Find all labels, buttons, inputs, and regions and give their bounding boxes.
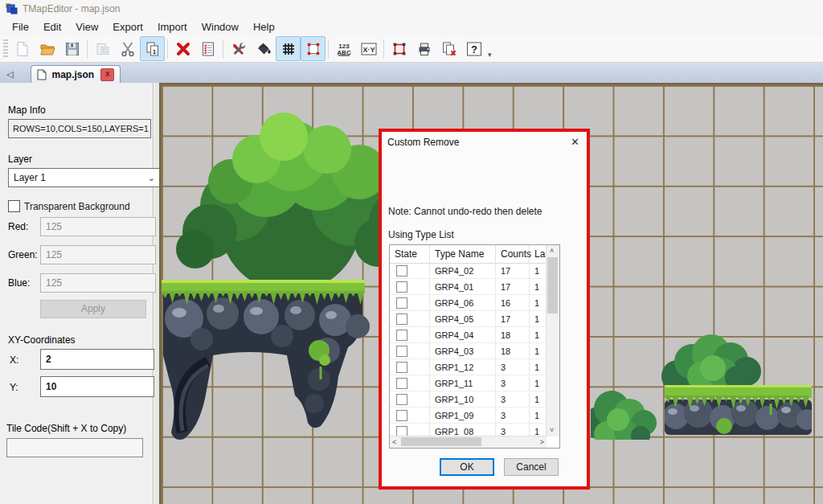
tile-code-field[interactable] xyxy=(6,438,143,457)
using-type-list-label: Using Type List xyxy=(388,229,454,240)
layer-cell: 1 xyxy=(530,408,547,423)
row-checkbox[interactable] xyxy=(396,346,407,357)
cut-scissors-icon xyxy=(120,41,136,57)
toolbar-separator xyxy=(167,39,168,59)
horizontal-scroll-thumb[interactable] xyxy=(401,437,481,446)
table-row: GRP4_03181 xyxy=(390,343,547,359)
delete-button[interactable] xyxy=(170,36,195,61)
y-field[interactable]: 10 xyxy=(40,376,154,397)
print-button[interactable] xyxy=(412,36,436,61)
help-icon: ? xyxy=(465,41,483,57)
delete-x-icon xyxy=(175,41,191,57)
dialog-title[interactable]: Custom Remove xyxy=(387,137,459,148)
title-bar: TMapEditor - map.json xyxy=(0,0,823,18)
map-info-field[interactable]: ROWS=10,COLS=150,LAYERS=1 xyxy=(8,119,151,138)
tab-nav-left-icon[interactable]: ◁ xyxy=(0,69,19,84)
type-name-cell: GRP1_11 xyxy=(430,375,496,391)
counts-cell: 17 xyxy=(496,311,530,326)
toolbar-separator xyxy=(383,39,384,59)
header-counts[interactable]: Counts xyxy=(496,245,530,263)
new-file-button[interactable] xyxy=(10,36,35,61)
selection-rect-button[interactable] xyxy=(301,36,326,61)
counts-cell: 3 xyxy=(496,408,530,423)
green-field[interactable]: 125 xyxy=(40,245,156,264)
dialog-note: Note: Cannot undo-redo then delete xyxy=(388,206,542,217)
remove-file-icon xyxy=(441,41,457,57)
scroll-right-icon[interactable]: ˃ xyxy=(540,439,544,446)
toolbar: 1 xyxy=(0,35,823,63)
fill-bucket-button[interactable] xyxy=(251,36,276,61)
row-checkbox[interactable] xyxy=(396,410,407,421)
paste-button[interactable] xyxy=(90,36,115,61)
ok-button[interactable]: OK xyxy=(440,458,494,476)
state-cell xyxy=(390,295,430,310)
xy-icon: X·Y xyxy=(360,41,378,57)
layer-select[interactable]: Layer 1 ⌄ xyxy=(8,168,161,187)
grid-toggle-button[interactable] xyxy=(276,36,301,61)
header-type-name[interactable]: Type Name xyxy=(430,245,496,263)
chevron-down-icon: ⌄ xyxy=(148,173,155,183)
copy-page-button[interactable]: 1 xyxy=(140,36,165,61)
cancel-button[interactable]: Cancel xyxy=(504,458,559,476)
type-list-button[interactable] xyxy=(195,36,220,61)
transparent-bg-label: Transparent Background xyxy=(24,201,130,212)
transform-rect-button[interactable] xyxy=(387,36,412,61)
counts-cell: 17 xyxy=(496,279,530,294)
toolbar-grip[interactable] xyxy=(3,39,8,59)
vertical-scroll-thumb[interactable] xyxy=(547,257,558,313)
checkbox-box[interactable] xyxy=(8,200,20,212)
blue-field[interactable]: 125 xyxy=(40,273,156,293)
close-files-button[interactable] xyxy=(436,36,461,61)
row-checkbox[interactable] xyxy=(396,297,407,309)
paste-icon xyxy=(95,41,111,57)
tab-close-icon[interactable]: x xyxy=(100,68,114,81)
red-field[interactable]: 125 xyxy=(40,217,156,236)
menu-view[interactable]: View xyxy=(68,19,105,35)
layer-cell: 1 xyxy=(530,391,547,407)
vertical-scrollbar[interactable]: ˄ ˅ xyxy=(546,245,559,436)
menu-window[interactable]: Window xyxy=(194,19,246,35)
xy-coordinates-button[interactable]: X·Y xyxy=(356,36,381,61)
svg-text:1: 1 xyxy=(152,47,156,55)
scroll-left-icon[interactable]: ˂ xyxy=(392,439,396,446)
selection-rect-icon xyxy=(305,41,321,57)
properties-panel: Map Info ROWS=10,COLS=150,LAYERS=1 Layer… xyxy=(0,83,154,504)
menu-export[interactable]: Export xyxy=(105,19,150,35)
row-checkbox[interactable] xyxy=(396,426,407,437)
row-checkbox[interactable] xyxy=(396,330,407,341)
row-checkbox[interactable] xyxy=(396,362,407,373)
header-state[interactable]: State xyxy=(390,245,430,263)
menu-edit[interactable]: Edit xyxy=(36,19,68,35)
layer-cell: 1 xyxy=(530,327,547,342)
type-table-body: GRP4_02171GRP4_01171GRP4_06161GRP4_05171… xyxy=(390,263,547,436)
dialog-close-icon[interactable]: ✕ xyxy=(571,136,579,148)
help-button[interactable]: ? xyxy=(461,36,486,61)
row-checkbox[interactable] xyxy=(396,394,407,405)
open-file-button[interactable] xyxy=(35,36,59,61)
save-button[interactable] xyxy=(59,36,84,61)
x-field[interactable]: 2 xyxy=(40,349,154,370)
state-cell xyxy=(390,327,430,342)
type-name-cell: GRP4_02 xyxy=(430,263,496,278)
row-checkbox[interactable] xyxy=(396,313,407,325)
toolbar-overflow-icon[interactable]: ▾ xyxy=(488,51,492,62)
show-codes-button[interactable]: 123 ABC xyxy=(331,36,356,61)
panel-splitter[interactable] xyxy=(154,83,159,504)
row-checkbox[interactable] xyxy=(396,281,407,293)
menu-file[interactable]: File xyxy=(5,19,36,35)
tab-map-json[interactable]: map.json x xyxy=(31,65,121,84)
type-name-cell: GRP4_04 xyxy=(430,327,496,342)
apply-button[interactable]: Apply xyxy=(40,300,146,318)
transparent-bg-checkbox[interactable]: Transparent Background xyxy=(8,200,130,212)
menu-help[interactable]: Help xyxy=(246,19,282,35)
scroll-up-icon[interactable]: ˄ xyxy=(550,248,554,255)
scroll-down-icon[interactable]: ˅ xyxy=(550,427,554,434)
cut-button[interactable] xyxy=(115,36,140,61)
menu-import[interactable]: Import xyxy=(150,19,194,35)
row-checkbox[interactable] xyxy=(396,378,407,389)
horizontal-scrollbar[interactable]: ˂ ˃ xyxy=(390,436,547,448)
table-row: GRP4_06161 xyxy=(390,295,547,311)
tools-button[interactable] xyxy=(226,36,251,61)
row-checkbox[interactable] xyxy=(396,265,407,277)
tab-label: map.json xyxy=(51,69,94,80)
